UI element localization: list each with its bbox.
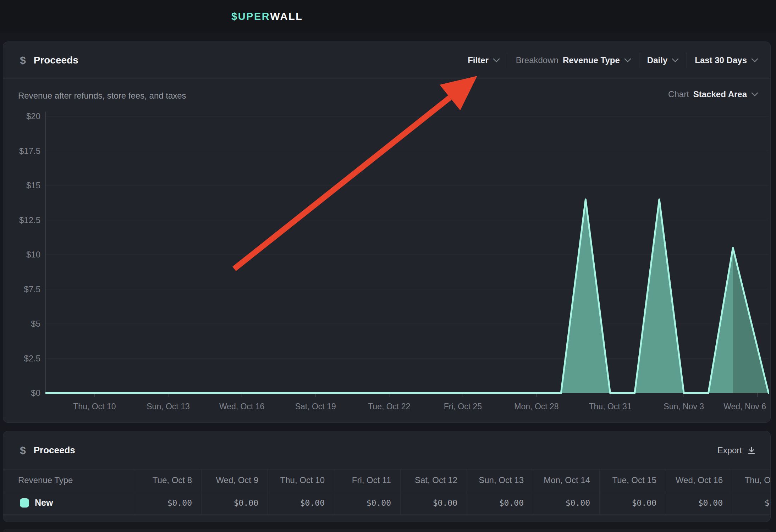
y-axis-label: $20 (3, 111, 40, 122)
y-axis-label: $15 (3, 180, 40, 191)
stacked-area-chart (45, 107, 769, 401)
table-header-cell: Thu, Oct 10 (268, 469, 334, 491)
dollar-icon: $ (20, 444, 26, 456)
download-icon (747, 446, 756, 455)
date-range-value: Last 30 Days (695, 55, 747, 65)
chart-type-label: Chart (668, 89, 689, 99)
table-value-cell: $0.00 (732, 491, 771, 515)
export-label: Export (717, 445, 742, 455)
page-title: Proceeds (34, 55, 78, 66)
table-value-cell: $0.00 (201, 491, 268, 515)
breakdown-dropdown[interactable]: Breakdown Revenue Type (516, 55, 631, 65)
chevron-down-icon (751, 58, 758, 62)
x-axis-label: Sat, Oct 19 (295, 402, 336, 411)
chart-type-dropdown[interactable]: Chart Stacked Area (668, 89, 758, 99)
superwall-dashboard: $UPERWALL $ Proceeds Filter Breakdown Re… (0, 0, 776, 532)
table-header-cell: Fri, Oct 11 (334, 469, 400, 491)
x-axis-label: Tue, Oct 22 (368, 402, 410, 411)
table-value-cell: $0.00 (400, 491, 467, 515)
logo-prefix: $UPER (231, 11, 270, 22)
chevron-down-icon (493, 58, 500, 62)
y-axis-label: $12.5 (3, 215, 40, 226)
table-header-cell: Tue, Oct 8 (135, 469, 201, 491)
top-navigation-bar: $UPERWALL (0, 0, 776, 33)
chart-card-header: $ Proceeds Filter Breakdown Revenue Type… (3, 42, 770, 79)
divider (687, 52, 687, 68)
x-axis-label: Thu, Oct 31 (589, 402, 632, 411)
proceeds-table-card: $ Proceeds Export Revenue Type Tue, Oct … (3, 431, 771, 522)
x-axis-label: Sun, Oct 13 (147, 402, 189, 411)
x-axis-label: Thu, Oct 10 (73, 402, 116, 411)
table-value-cell: $0.00 (533, 491, 599, 515)
table-header-cell: Thu, Oct 17 (732, 469, 771, 491)
table-value-cell: $0.00 (467, 491, 533, 515)
x-axis-label: Mon, Oct 28 (514, 402, 558, 411)
y-axis-label: $7.5 (3, 284, 40, 295)
y-axis-label: $10 (3, 249, 40, 260)
granularity-dropdown[interactable]: Daily (647, 55, 679, 65)
y-axis-label: $17.5 (3, 146, 40, 156)
filter-label: Filter (468, 55, 489, 65)
breakdown-value: Revenue Type (563, 55, 620, 65)
granularity-value: Daily (647, 55, 667, 65)
table-header-cell: Wed, Oct 9 (201, 469, 268, 491)
dollar-icon: $ (20, 54, 26, 66)
table-header-cell: Mon, Oct 14 (533, 469, 599, 491)
y-axis-label: $2.5 (3, 353, 40, 364)
x-axis-label: Sun, Nov 3 (664, 402, 704, 411)
chevron-down-icon (751, 92, 758, 96)
logo-suffix: WALL (270, 11, 303, 22)
proceeds-chart-card: $ Proceeds Filter Breakdown Revenue Type… (3, 41, 771, 423)
divider (639, 52, 639, 68)
x-axis-label: Fri, Oct 25 (444, 402, 482, 411)
table-row-label: New (3, 491, 135, 515)
table-header-cell: Revenue Type (3, 469, 135, 491)
table-value-cell: $0.00 (334, 491, 400, 515)
series-swatch (20, 498, 29, 508)
y-axis-label: $0 (3, 388, 40, 398)
table-value-cell: $0.00 (135, 491, 201, 515)
proceeds-table: Revenue Type Tue, Oct 8 Wed, Oct 9 Thu, … (3, 469, 771, 515)
next-card-top-edge (3, 529, 771, 532)
table-value-cell: $0.00 (599, 491, 666, 515)
x-axis-label: Wed, Nov 6 (723, 402, 766, 411)
superwall-logo[interactable]: $UPERWALL (231, 0, 303, 33)
chevron-down-icon (624, 58, 631, 62)
table-value-cell: $0.00 (268, 491, 334, 515)
date-range-dropdown[interactable]: Last 30 Days (695, 55, 758, 65)
y-axis-label: $5 (3, 318, 40, 329)
table-header-cell: Sat, Oct 12 (400, 469, 467, 491)
table-title: Proceeds (34, 445, 75, 456)
table-value-cell: $0.00 (666, 491, 732, 515)
table-header-cell: Tue, Oct 15 (599, 469, 666, 491)
table-header-cell: Wed, Oct 16 (666, 469, 732, 491)
x-axis-label: Wed, Oct 16 (219, 402, 264, 411)
series-name: New (35, 498, 53, 508)
breakdown-label: Breakdown (516, 55, 558, 65)
chart-subtitle: Revenue after refunds, store fees, and t… (18, 91, 186, 101)
table-header-cell: Sun, Oct 13 (467, 469, 533, 491)
chart-type-value: Stacked Area (693, 89, 747, 99)
chevron-down-icon (672, 58, 679, 62)
table-card-header: $ Proceeds Export (3, 431, 770, 469)
filter-dropdown[interactable]: Filter (468, 55, 500, 65)
divider (508, 52, 508, 68)
export-button[interactable]: Export (717, 431, 756, 469)
